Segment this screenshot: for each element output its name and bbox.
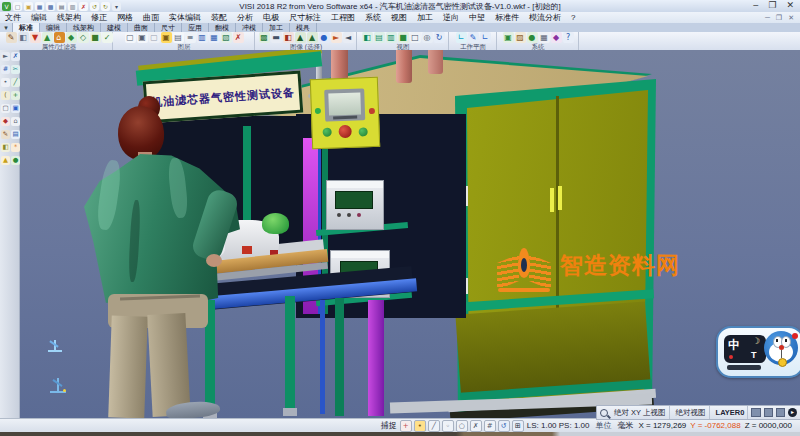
erase-icon[interactable]: ✗ (11, 52, 20, 61)
fill-tool-icon[interactable]: ▣ (11, 104, 20, 113)
select-drop-icon[interactable]: ● (319, 32, 330, 43)
view-top-icon[interactable]: ▤ (374, 32, 385, 43)
workplane-3point-icon[interactable]: ∟ (480, 32, 491, 43)
color-swatch[interactable] (751, 408, 760, 417)
attribute-pen-icon[interactable]: ✎ (6, 32, 17, 43)
select-tree-2-icon[interactable]: ▲ (307, 32, 318, 43)
ribbon-tab[interactable]: 标准 (13, 23, 40, 32)
menu-item[interactable]: 尺寸标注 (284, 12, 326, 23)
select-invert-icon[interactable]: ◧ (283, 32, 294, 43)
view-front-icon[interactable]: ▥ (386, 32, 397, 43)
view-zoom-fit-icon[interactable]: ◎ (422, 32, 433, 43)
active-layer-button[interactable]: LAYER0 (713, 406, 749, 419)
ime-shape-icon[interactable]: T (751, 350, 757, 360)
ribbon-tab[interactable]: 尺寸 (155, 23, 182, 32)
open-file-icon[interactable]: ▣ (24, 2, 33, 11)
rect-tool-icon[interactable]: ▢ (1, 104, 10, 113)
snap-center-icon[interactable]: ○ (456, 420, 468, 432)
layer-new-icon[interactable]: ▢ (125, 32, 136, 43)
layer-visible-icon[interactable]: ▣ (137, 32, 148, 43)
sketch-pen-icon[interactable]: ✎ (1, 130, 10, 139)
visi-logo-icon[interactable]: V (2, 2, 11, 11)
line-tool-icon[interactable]: ╱ (11, 78, 20, 87)
redo-icon[interactable]: ↻ (101, 2, 110, 11)
menu-item[interactable]: 视图 (386, 12, 412, 23)
document-window-controls[interactable]: ─❐✕ (765, 14, 794, 22)
filter-edge-icon[interactable]: ◇ (78, 32, 89, 43)
menu-item[interactable]: ? (566, 12, 580, 23)
menu-item[interactable]: 分析 (232, 12, 258, 23)
view-mode-button[interactable]: 绝对 XY 上视图 (611, 406, 670, 419)
ribbon-tab[interactable]: 加工 (263, 23, 290, 32)
select-box-icon[interactable]: ▬ (271, 32, 282, 43)
filter-face-icon[interactable]: ◆ (66, 32, 77, 43)
plus-tool-icon[interactable]: + (11, 91, 20, 100)
doc-control[interactable]: ❐ (776, 14, 782, 22)
select-tree-icon[interactable]: ▲ (295, 32, 306, 43)
dot-tool-icon[interactable]: ● (11, 156, 20, 165)
point-tool-icon[interactable]: • (1, 78, 10, 87)
color-swatch[interactable] (764, 408, 773, 417)
filter-green-icon[interactable]: ▲ (42, 32, 53, 43)
layer-doc-icon[interactable]: ▥ (197, 32, 208, 43)
layer-current-icon[interactable]: ▣ (161, 32, 172, 43)
menu-item[interactable]: 加工 (412, 12, 438, 23)
ribbon-tab[interactable]: 建模 (101, 23, 128, 32)
maximize-button[interactable]: ❐ (768, 0, 776, 10)
snap-intersect-icon[interactable]: ✗ (470, 420, 482, 432)
doc-control[interactable]: ✕ (788, 14, 794, 22)
new-file-icon[interactable]: ▢ (13, 2, 22, 11)
layer-list-icon[interactable]: ≡ (185, 32, 196, 43)
copy-icon[interactable]: ▥ (68, 2, 77, 11)
grid-display-icon[interactable]: ⊞ (512, 420, 524, 432)
snap-mid-icon[interactable]: ◦ (442, 420, 454, 432)
ime-moon-icon[interactable]: ☽ (752, 336, 760, 346)
view-refresh-icon[interactable]: ↺ (498, 420, 510, 432)
menu-item[interactable]: 系统 (360, 12, 386, 23)
system-table-icon[interactable]: ▦ (539, 32, 550, 43)
menu-item[interactable]: 文件 (0, 12, 26, 23)
system-world-icon[interactable]: ● (527, 32, 538, 43)
ribbon-tab[interactable]: 编辑 (40, 23, 67, 32)
view-iso-icon[interactable]: ◧ (362, 32, 373, 43)
print-icon[interactable]: ▤ (57, 2, 66, 11)
menu-item[interactable]: 工程图 (326, 12, 360, 23)
view-rotate-icon[interactable]: ↻ (434, 32, 445, 43)
select-previous-icon[interactable]: ◄ (343, 32, 354, 43)
save-icon[interactable]: ▦ (35, 2, 44, 11)
view-ref-button[interactable]: 绝对视图 (673, 406, 710, 419)
sheet-tool-icon[interactable]: ▤ (11, 130, 20, 139)
menu-item[interactable]: 电极 (258, 12, 284, 23)
menu-item[interactable]: 线架构 (52, 12, 86, 23)
snap-grid-icon[interactable]: # (484, 420, 496, 432)
filter-home-icon[interactable]: ⌂ (54, 32, 65, 43)
menu-item[interactable]: 网格 (112, 12, 138, 23)
visibility-icon[interactable]: ▸ (788, 408, 797, 417)
ribbon-tab[interactable]: 曲面 (128, 23, 155, 32)
system-help-icon[interactable]: ? (563, 32, 574, 43)
menu-item[interactable]: 装配 (206, 12, 232, 23)
delete-icon[interactable]: ✗ (79, 2, 88, 11)
ribbon-tab[interactable]: 模具 (290, 23, 317, 32)
snap-point-icon[interactable]: • (414, 420, 426, 432)
menu-item[interactable]: 修正 (86, 12, 112, 23)
layer-lock-icon[interactable]: ▤ (173, 32, 184, 43)
save-all-icon[interactable]: ▩ (46, 2, 55, 11)
layer-hide-icon[interactable]: ▢ (149, 32, 160, 43)
minimize-button[interactable]: – (753, 0, 758, 10)
system-macro-icon[interactable]: ◆ (551, 32, 562, 43)
ribbon-tab[interactable]: 线架构 (67, 23, 101, 32)
menu-item[interactable]: 标准件 (490, 12, 524, 23)
undo-icon[interactable]: ↺ (90, 2, 99, 11)
home-view-icon[interactable]: ⌂ (11, 117, 20, 126)
layer-delete-icon[interactable]: ✗ (233, 32, 244, 43)
menu-item[interactable]: 逆向 (438, 12, 464, 23)
filter-red-icon[interactable]: ▼ (30, 32, 41, 43)
color-swatch[interactable] (776, 408, 785, 417)
grid-snap-icon[interactable]: # (1, 65, 10, 74)
menu-item[interactable]: 中望 (464, 12, 490, 23)
ime-lang-char[interactable]: 中 (728, 337, 740, 354)
workplane-edit-icon[interactable]: ✎ (468, 32, 479, 43)
tabstrip-overflow-button[interactable]: ▾ (0, 23, 13, 32)
units-value[interactable]: 毫米 (617, 420, 633, 431)
